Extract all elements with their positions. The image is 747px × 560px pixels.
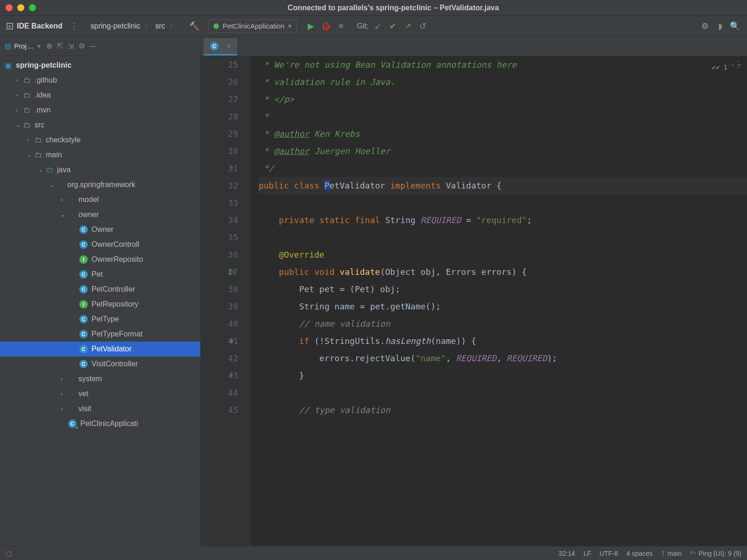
- editor-code[interactable]: * We're not using Bean Validation annota…: [251, 56, 747, 546]
- stop-icon[interactable]: ■: [335, 21, 346, 31]
- breadcrumb-segment[interactable]: spring-petclinic: [89, 22, 142, 30]
- project-icon: ▣: [5, 61, 13, 70]
- chevron-down-icon[interactable]: ˅: [738, 59, 741, 76]
- code-editor[interactable]: 25262728293031⌐323334353637I↑38394041⊟42…: [201, 56, 747, 546]
- settings-icon[interactable]: ⚙: [699, 21, 711, 31]
- tree-item-ownercontroll[interactable]: COwnerControll: [0, 237, 200, 252]
- window-title: Connected to parallels's spring-petclini…: [45, 4, 741, 12]
- hide-icon[interactable]: —: [90, 42, 97, 50]
- tree-item-label: model: [78, 196, 99, 204]
- class-icon: C: [79, 285, 88, 294]
- tree-item-model[interactable]: ›▫model: [0, 192, 200, 207]
- tree-item-java[interactable]: ⌄🗀java: [0, 162, 200, 177]
- close-tab-icon[interactable]: ×: [227, 42, 231, 50]
- tree-item--idea[interactable]: ›🗀.idea: [0, 88, 200, 103]
- close-icon[interactable]: [6, 4, 13, 11]
- settings-icon[interactable]: ⚙: [78, 42, 85, 50]
- tree-item-pet[interactable]: CPet: [0, 267, 200, 282]
- ide-backend-label: IDE Backend: [17, 22, 63, 30]
- chevron-down-icon: ⌄: [49, 182, 57, 188]
- package-icon: ▫: [68, 196, 76, 203]
- git-push-icon[interactable]: ↗: [402, 21, 413, 31]
- tree-item-pettypeformat[interactable]: CPetTypeFormat: [0, 327, 200, 342]
- tree-item-petrepository[interactable]: IPetRepository: [0, 297, 200, 312]
- minimize-icon[interactable]: [17, 4, 24, 11]
- tree-item--github[interactable]: ›🗀.github: [0, 73, 200, 88]
- more-icon[interactable]: ⋮: [66, 21, 81, 31]
- inspection-check-icon: ✔✔: [712, 59, 720, 76]
- chevron-up-icon[interactable]: ˄: [731, 59, 734, 76]
- tree-item-system[interactable]: ›▫system: [0, 371, 200, 386]
- inspection-widget[interactable]: ✔✔ 1 ˄ ˅: [712, 59, 741, 76]
- ping-widget[interactable]: ◠Ping (UI): 9 (9): [690, 550, 741, 557]
- class-icon: C: [210, 42, 218, 50]
- tree-item-owner[interactable]: COwner: [0, 222, 200, 237]
- select-opened-icon[interactable]: ⊕: [46, 42, 52, 50]
- git-commit-icon[interactable]: ✔: [387, 21, 398, 31]
- folder-icon: 🗀: [23, 91, 32, 99]
- tree-item-label: src: [35, 121, 44, 129]
- run-config-selector[interactable]: PetClinicApplication ▾: [208, 20, 297, 33]
- breadcrumb-segment[interactable]: src: [154, 22, 167, 30]
- tree-item-petcontroller[interactable]: CPetController: [0, 282, 200, 297]
- tree-item-label: PetController: [92, 285, 135, 294]
- tree-item-label: .mvn: [35, 106, 51, 114]
- tree-item-label: .idea: [35, 91, 51, 99]
- maximize-icon[interactable]: [29, 4, 36, 11]
- class-icon: C: [79, 240, 88, 249]
- tool-window-button[interactable]: ▢: [6, 550, 12, 557]
- chevron-down-icon: ⌄: [27, 152, 35, 158]
- fold-end-icon[interactable]: ⌐: [228, 367, 235, 384]
- folder-icon: 🗀: [35, 151, 43, 159]
- chevron-right-icon: ›: [16, 107, 23, 113]
- tree-item-checkstyle[interactable]: ›🗀checkstyle: [0, 133, 200, 147]
- tree-item-petvalidator[interactable]: CPetValidator: [0, 342, 200, 357]
- tree-item-visit[interactable]: ›▫visit: [0, 401, 200, 416]
- caret-position[interactable]: 32:14: [559, 550, 575, 557]
- chevron-right-icon: ›: [16, 92, 23, 98]
- chevron-down-icon: ▾: [288, 22, 292, 30]
- editor-tab[interactable]: C ×: [204, 38, 237, 56]
- tree-item-label: org.springframework: [67, 181, 135, 189]
- tree-root[interactable]: ▣spring-petclinic: [0, 58, 200, 73]
- tree-item-vet[interactable]: ›▫vet: [0, 386, 200, 401]
- tree-item-label: .github: [35, 76, 57, 84]
- chevron-right-icon: ›: [27, 137, 35, 143]
- collapse-all-icon[interactable]: ⇲: [68, 42, 74, 50]
- titlebar: Connected to parallels's spring-petclini…: [0, 0, 747, 16]
- indent-setting[interactable]: 4 spaces: [627, 550, 653, 557]
- profiler-icon[interactable]: ◗: [714, 21, 726, 31]
- tree-item-label: Owner: [92, 225, 113, 234]
- ide-backend-button[interactable]: IDE Backend: [7, 22, 63, 30]
- chevron-right-icon: ›: [61, 196, 68, 203]
- run-config-dot-icon: [213, 23, 219, 29]
- line-separator[interactable]: LF: [584, 550, 591, 557]
- project-tree[interactable]: ▣spring-petclinic›🗀.github›🗀.idea›🗀.mvn⌄…: [0, 56, 200, 546]
- search-icon[interactable]: 🔍: [729, 21, 740, 31]
- build-icon[interactable]: 🔨: [189, 21, 200, 31]
- run-icon[interactable]: ▶: [305, 21, 317, 31]
- tree-item--mvn[interactable]: ›🗀.mvn: [0, 103, 200, 118]
- tree-item-pettype[interactable]: CPetType: [0, 312, 200, 327]
- expand-all-icon[interactable]: ⇱: [57, 42, 63, 50]
- history-icon[interactable]: ↺: [417, 21, 428, 31]
- tree-item-main[interactable]: ⌄🗀main: [0, 147, 200, 162]
- tree-item-label: OwnerControll: [92, 240, 139, 249]
- editor-area: C × ⋮ 25262728293031⌐323334353637I↑38394…: [201, 36, 747, 546]
- tree-item-src[interactable]: ⌄🗀src: [0, 118, 200, 133]
- git-branch[interactable]: ᛘmain: [661, 550, 682, 557]
- tree-item-label: VisitController: [92, 360, 138, 368]
- tree-item-org-springframework[interactable]: ⌄▫org.springframework: [0, 177, 200, 192]
- fold-icon[interactable]: ⊟: [228, 332, 235, 350]
- tree-item-petclinicapplicati[interactable]: C▸PetClinicApplicati: [0, 416, 200, 431]
- tree-item-ownerreposito[interactable]: IOwnerReposito: [0, 252, 200, 267]
- tree-item-owner[interactable]: ⌄▫owner: [0, 207, 200, 222]
- implements-icon[interactable]: I↑: [228, 263, 235, 280]
- git-pull-icon[interactable]: ↙: [372, 21, 383, 31]
- project-tool-title[interactable]: ▤ Proj… ▼: [5, 42, 42, 50]
- file-encoding[interactable]: UTF-8: [599, 550, 618, 557]
- editor-gutter[interactable]: 25262728293031⌐323334353637I↑38394041⊟42…: [201, 56, 251, 546]
- fold-end-icon[interactable]: ⌐: [228, 160, 235, 177]
- tree-item-visitcontroller[interactable]: CVisitController: [0, 357, 200, 371]
- debug-icon[interactable]: 🐞: [320, 21, 331, 31]
